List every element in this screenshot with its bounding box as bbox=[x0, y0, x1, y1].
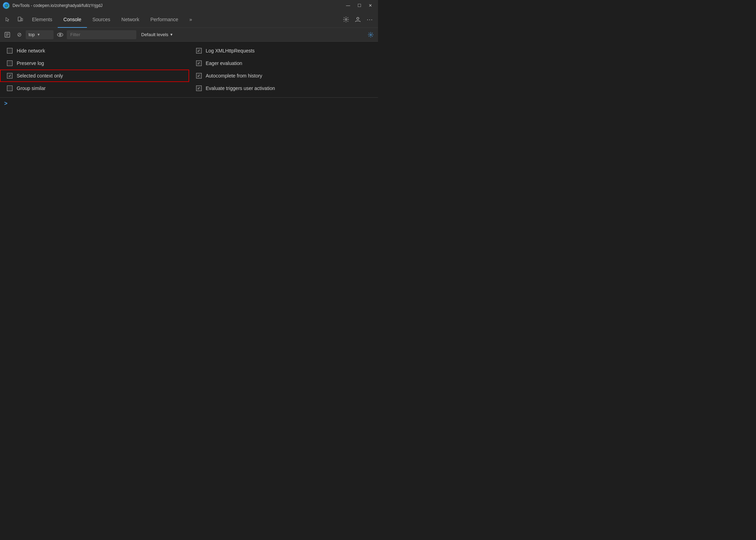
more-options-button[interactable]: ⋯ bbox=[364, 14, 375, 25]
eval-triggers-label: Evaluate triggers user activation bbox=[206, 85, 275, 91]
preserve-log-label: Preserve log bbox=[17, 60, 44, 66]
close-button[interactable]: ✕ bbox=[365, 2, 375, 9]
setting-eval-triggers[interactable]: Evaluate triggers user activation bbox=[189, 82, 378, 95]
svg-point-1 bbox=[6, 5, 7, 7]
svg-rect-3 bbox=[21, 18, 23, 21]
setting-eager-eval[interactable]: Eager evaluation bbox=[189, 57, 378, 69]
tab-network[interactable]: Network bbox=[116, 11, 145, 28]
setting-group-similar[interactable]: Group similar bbox=[0, 82, 189, 95]
minimize-button[interactable]: — bbox=[343, 2, 353, 9]
svg-point-13 bbox=[60, 34, 61, 35]
settings-grid: Hide network Log XMLHttpRequests Preserv… bbox=[0, 44, 378, 95]
user-button[interactable] bbox=[352, 14, 363, 25]
log-xml-checkbox[interactable] bbox=[196, 48, 202, 54]
group-similar-checkbox[interactable] bbox=[7, 85, 13, 91]
filter-input[interactable] bbox=[67, 30, 136, 39]
tab-performance[interactable]: Performance bbox=[145, 11, 184, 28]
tabbar: Elements Console Sources Network Perform… bbox=[0, 11, 378, 28]
svg-point-5 bbox=[345, 18, 347, 20]
window-controls: — ☐ ✕ bbox=[343, 2, 375, 9]
window-title: DevTools - codepen.io/zoherghadyali/full… bbox=[13, 3, 340, 8]
preserve-log-checkbox[interactable] bbox=[7, 60, 13, 66]
setting-preserve-log[interactable]: Preserve log bbox=[0, 57, 189, 69]
tab-elements[interactable]: Elements bbox=[26, 11, 58, 28]
setting-selected-context[interactable]: Selected context only bbox=[0, 69, 189, 82]
svg-point-6 bbox=[357, 17, 359, 19]
clear-console-button[interactable] bbox=[2, 30, 13, 40]
selected-context-label: Selected context only bbox=[17, 73, 63, 79]
console-toolbar: ⊘ top ▼ Default levels ▼ bbox=[0, 28, 378, 42]
tabbar-right: ⋯ bbox=[340, 14, 377, 25]
settings-panel: Hide network Log XMLHttpRequests Preserv… bbox=[0, 42, 378, 98]
titlebar: DevTools - codepen.io/zoherghadyali/full… bbox=[0, 0, 378, 11]
autocomplete-label: Autocomplete from history bbox=[206, 73, 263, 79]
live-expressions-button[interactable] bbox=[55, 30, 65, 40]
console-prompt[interactable]: > bbox=[4, 100, 7, 107]
context-arrow: ▼ bbox=[37, 33, 40, 36]
eval-triggers-checkbox[interactable] bbox=[196, 85, 202, 91]
main-area: Elements Console Sources Network Perform… bbox=[0, 11, 378, 270]
context-selector[interactable]: top ▼ bbox=[26, 30, 54, 39]
eager-eval-label: Eager evaluation bbox=[206, 60, 242, 66]
log-xml-label: Log XMLHttpRequests bbox=[206, 48, 255, 54]
setting-autocomplete[interactable]: Autocomplete from history bbox=[189, 69, 378, 82]
maximize-button[interactable]: ☐ bbox=[354, 2, 364, 9]
svg-point-14 bbox=[370, 34, 371, 35]
cursor-tool-button[interactable] bbox=[1, 13, 14, 26]
eager-eval-checkbox[interactable] bbox=[196, 60, 202, 66]
tab-more[interactable]: » bbox=[184, 11, 198, 28]
console-settings-button[interactable] bbox=[365, 30, 376, 40]
device-toolbar-button[interactable] bbox=[14, 13, 26, 26]
log-levels-button[interactable]: Default levels ▼ bbox=[138, 30, 177, 39]
group-similar-label: Group similar bbox=[17, 85, 46, 91]
console-content: > bbox=[0, 98, 378, 270]
hide-network-checkbox[interactable] bbox=[7, 48, 13, 54]
tab-sources[interactable]: Sources bbox=[87, 11, 116, 28]
app-icon bbox=[3, 2, 10, 9]
autocomplete-checkbox[interactable] bbox=[196, 73, 202, 79]
setting-hide-network[interactable]: Hide network bbox=[0, 44, 189, 57]
tab-console[interactable]: Console bbox=[58, 11, 87, 28]
selected-context-checkbox[interactable] bbox=[7, 73, 13, 79]
block-button[interactable]: ⊘ bbox=[14, 30, 24, 40]
context-value: top bbox=[29, 32, 35, 37]
setting-log-xml[interactable]: Log XMLHttpRequests bbox=[189, 44, 378, 57]
settings-button[interactable] bbox=[340, 14, 352, 25]
hide-network-label: Hide network bbox=[17, 48, 45, 54]
